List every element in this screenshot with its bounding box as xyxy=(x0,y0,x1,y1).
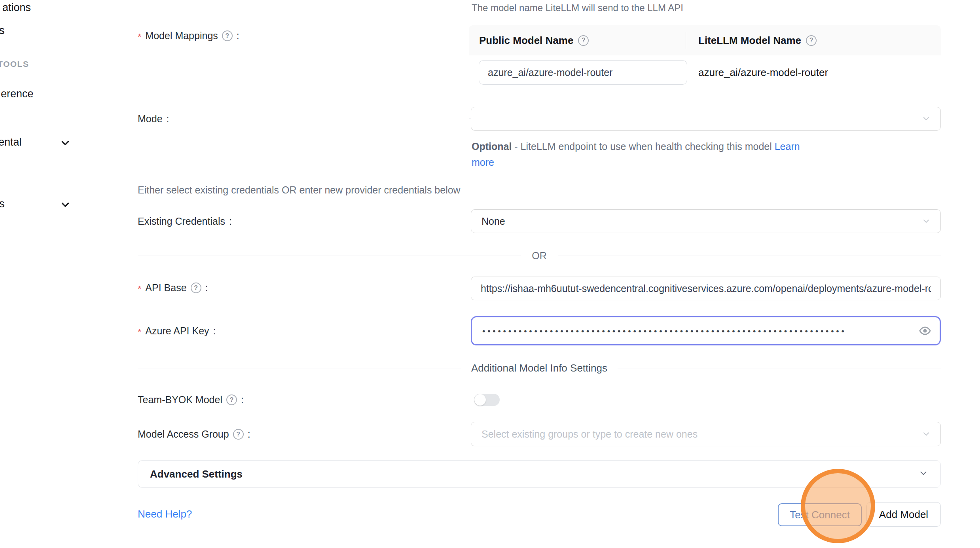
help-question-icon[interactable]: ? xyxy=(226,394,237,405)
advanced-settings-panel[interactable]: Advanced Settings xyxy=(138,460,941,488)
existing-credentials-label-row: Existing Credentials : xyxy=(138,216,232,227)
azure-api-key-label-row: * Azure API Key : xyxy=(138,325,216,337)
required-asterisk: * xyxy=(138,32,141,43)
column-header-litellm-model-name: LiteLLM Model Name ? xyxy=(698,25,817,55)
help-question-icon[interactable]: ? xyxy=(191,283,201,293)
sidebar-item-organizations[interactable]: ations xyxy=(2,2,31,14)
advanced-settings-label: Advanced Settings xyxy=(150,468,243,480)
or-divider: OR xyxy=(138,250,941,262)
model-access-group-label-row: Model Access Group ? : xyxy=(138,429,250,440)
existing-credentials-value: None xyxy=(481,216,505,227)
add-model-screen: ations s TOOLS erence ental s The model … xyxy=(0,0,980,548)
mode-select[interactable] xyxy=(471,107,941,131)
sidebar: ations s TOOLS erence ental s xyxy=(0,0,117,548)
sidebar-section-tools: TOOLS xyxy=(0,59,29,69)
chevron-down-icon[interactable] xyxy=(60,138,70,148)
sidebar-item-experimental[interactable]: ental xyxy=(0,136,22,148)
divider-line xyxy=(558,256,941,256)
litellm-model-name-header-label: LiteLLM Model Name xyxy=(698,34,801,47)
chevron-down-icon xyxy=(918,468,929,480)
column-header-public-model-name: Public Model Name ? xyxy=(479,25,589,55)
sidebar-item-settings[interactable]: s xyxy=(0,198,5,210)
mode-help-text: Optional - LiteLLM endpoint to use when … xyxy=(472,138,806,170)
team-byok-label: Team-BYOK Model xyxy=(138,394,222,406)
add-model-button[interactable]: Add Model xyxy=(866,502,941,527)
required-asterisk: * xyxy=(138,284,141,295)
help-question-icon[interactable]: ? xyxy=(806,35,817,46)
additional-settings-divider-label: Additional Model Info Settings xyxy=(471,362,607,374)
credentials-note: Either select existing credentials OR en… xyxy=(138,184,461,196)
need-help-link[interactable]: Need Help? xyxy=(138,508,192,520)
model-name-hint: The model name LiteLLM will send to the … xyxy=(472,2,683,13)
api-base-label-row: * API Base ? : xyxy=(138,282,208,294)
label-colon: : xyxy=(241,394,244,406)
or-divider-label: OR xyxy=(532,250,547,262)
model-access-group-field[interactable] xyxy=(471,422,941,446)
label-colon: : xyxy=(237,30,239,42)
public-model-name-input[interactable] xyxy=(479,60,687,85)
model-mappings-label-row: * Model Mappings ? : xyxy=(138,30,239,42)
azure-api-key-input[interactable]: ••••••••••••••••••••••••••••••••••••••••… xyxy=(471,316,941,345)
label-colon: : xyxy=(205,282,208,294)
table-header: Public Model Name ? LiteLLM Model Name ? xyxy=(469,25,941,55)
public-model-name-header-label: Public Model Name xyxy=(479,34,573,47)
team-byok-toggle[interactable] xyxy=(474,394,500,406)
card-bottom-border xyxy=(117,545,980,545)
team-byok-label-row: Team-BYOK Model ? : xyxy=(138,394,244,406)
test-connect-button[interactable]: Test Connect xyxy=(778,503,862,526)
model-access-group-input[interactable] xyxy=(481,429,930,440)
litellm-model-name-value: azure_ai/azure-model-router xyxy=(698,66,828,79)
api-base-label: API Base xyxy=(145,282,186,294)
sidebar-item-reference[interactable]: erence xyxy=(1,88,34,100)
model-access-group-label: Model Access Group xyxy=(138,429,229,440)
masked-api-key: ••••••••••••••••••••••••••••••••••••••••… xyxy=(482,326,894,336)
existing-credentials-label: Existing Credentials xyxy=(138,216,225,227)
help-question-icon[interactable]: ? xyxy=(233,429,244,440)
additional-settings-divider: Additional Model Info Settings xyxy=(138,362,941,374)
chevron-down-icon xyxy=(921,114,931,123)
help-question-icon[interactable]: ? xyxy=(578,35,589,46)
divider-line xyxy=(138,368,461,368)
model-mappings-label: Model Mappings xyxy=(145,30,218,42)
label-colon: : xyxy=(248,429,250,440)
api-base-value: https://ishaa-mh6uutut-swedencentral.cog… xyxy=(481,283,931,294)
chevron-down-icon[interactable] xyxy=(60,199,70,210)
mode-label: Mode xyxy=(138,113,163,125)
optional-bold: Optional xyxy=(472,141,512,152)
mode-label-row: Mode : xyxy=(138,113,169,125)
divider-line xyxy=(138,256,521,256)
existing-credentials-select[interactable]: None xyxy=(471,209,941,233)
help-question-icon[interactable]: ? xyxy=(222,30,233,41)
chevron-down-icon xyxy=(921,216,931,226)
eye-icon[interactable] xyxy=(918,324,932,338)
chevron-down-icon xyxy=(921,429,931,439)
divider-line xyxy=(618,368,941,368)
label-colon: : xyxy=(229,216,232,227)
toggle-knob xyxy=(474,394,486,406)
label-colon: : xyxy=(167,113,169,125)
mode-help-body: - LiteLLM endpoint to use when health ch… xyxy=(512,141,774,152)
azure-api-key-label: Azure API Key xyxy=(145,325,209,337)
required-asterisk: * xyxy=(138,327,141,338)
api-base-input[interactable]: https://ishaa-mh6uutut-swedencentral.cog… xyxy=(471,277,941,300)
sidebar-item-fragment-1[interactable]: s xyxy=(0,25,5,37)
model-mappings-table: Public Model Name ? LiteLLM Model Name ?… xyxy=(469,25,941,119)
label-colon: : xyxy=(213,325,216,337)
header-divider xyxy=(686,32,686,49)
